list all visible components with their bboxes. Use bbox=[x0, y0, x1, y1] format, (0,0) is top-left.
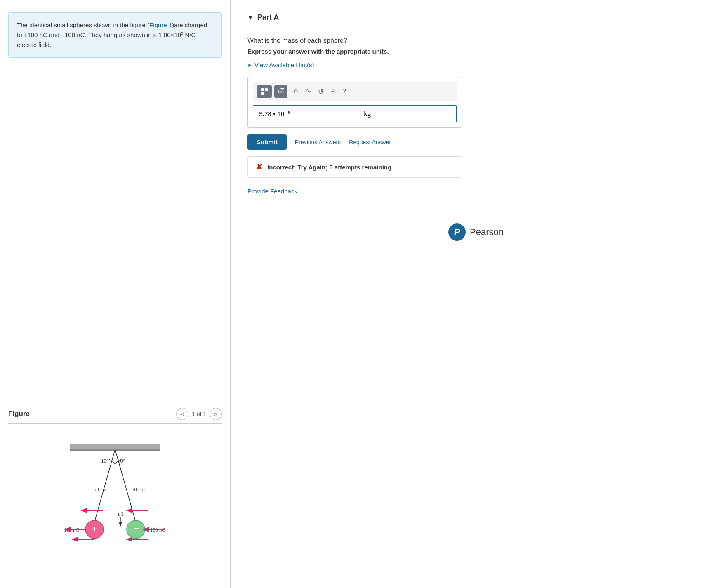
svg-text:+: + bbox=[92, 524, 97, 534]
figure-nav: < 1 of 1 > bbox=[176, 408, 222, 420]
figure-count: 1 of 1 bbox=[192, 411, 206, 417]
previous-answers-link[interactable]: Previous Answers bbox=[295, 139, 341, 146]
redo-button[interactable]: ↷ bbox=[303, 86, 313, 97]
help-button[interactable]: ? bbox=[340, 86, 349, 97]
svg-rect-0 bbox=[70, 444, 160, 449]
part-title: Part A bbox=[257, 13, 279, 22]
pearson-logo: P bbox=[448, 223, 466, 241]
figure-header: Figure < 1 of 1 > bbox=[8, 408, 222, 424]
input-row bbox=[253, 105, 457, 122]
request-answer-link[interactable]: Request Answer bbox=[349, 139, 391, 146]
reset-button[interactable]: ↺ bbox=[316, 86, 326, 97]
hint-link-label: View Available Hint(s) bbox=[254, 61, 314, 68]
svg-text:10°: 10° bbox=[118, 458, 125, 464]
math-input[interactable] bbox=[253, 105, 358, 122]
figure-link[interactable]: Figure 1 bbox=[149, 21, 172, 28]
svg-text:E⃗: E⃗ bbox=[117, 511, 123, 517]
left-panel: The identical small spheres shown in the… bbox=[0, 0, 231, 588]
hint-arrow-icon: ► bbox=[247, 62, 252, 68]
svg-rect-23 bbox=[261, 88, 264, 91]
right-panel: ▼ Part A What is the mass of each sphere… bbox=[231, 0, 721, 588]
part-header: ▼ Part A bbox=[247, 8, 705, 27]
pearson-footer: P Pearson bbox=[247, 211, 705, 245]
matrix-icon bbox=[260, 87, 269, 96]
pearson-brand-name: Pearson bbox=[470, 227, 504, 238]
svg-rect-25 bbox=[261, 92, 264, 95]
unit-input[interactable] bbox=[358, 105, 457, 122]
prev-figure-button[interactable]: < bbox=[176, 408, 188, 420]
figure-section: Figure < 1 of 1 > bbox=[8, 400, 222, 576]
svg-text:50 cm: 50 cm bbox=[132, 486, 145, 492]
keyboard-button[interactable]: ⎘ bbox=[328, 86, 337, 97]
hint-link[interactable]: ► View Available Hint(s) bbox=[247, 61, 705, 68]
answer-toolbar: μA ↶ ↷ ↺ ⎘ ? bbox=[253, 82, 457, 101]
next-figure-button[interactable]: > bbox=[210, 408, 222, 420]
error-message: Incorrect; Try Again; 5 attempts remaini… bbox=[267, 164, 391, 171]
svg-text:50 cm: 50 cm bbox=[94, 486, 107, 492]
undo-button[interactable]: ↶ bbox=[290, 86, 300, 97]
svg-text:10°: 10° bbox=[101, 458, 108, 464]
matrix-button[interactable] bbox=[257, 85, 272, 98]
figure-diagram: 10° 10° 50 cm 50 cm + − 100 nC −100 nC E… bbox=[8, 427, 222, 576]
submit-row: Submit Previous Answers Request Answer bbox=[247, 134, 705, 150]
express-text: Express your answer with the appropriate… bbox=[247, 48, 705, 55]
svg-rect-24 bbox=[265, 88, 268, 91]
figure-title: Figure bbox=[8, 410, 30, 418]
pearson-logo-letter: P bbox=[454, 227, 460, 238]
submit-button[interactable]: Submit bbox=[247, 134, 287, 150]
problem-text: The identical small spheres shown in the… bbox=[17, 21, 207, 48]
figure-svg: 10° 10° 50 cm 50 cm + − 100 nC −100 nC E… bbox=[45, 431, 185, 563]
part-collapse-arrow[interactable]: ▼ bbox=[247, 14, 253, 21]
units-button[interactable]: μA bbox=[274, 85, 287, 98]
problem-box: The identical small spheres shown in the… bbox=[8, 12, 222, 58]
error-box: ✘ Incorrect; Try Again; 5 attempts remai… bbox=[247, 156, 462, 178]
svg-text:−: − bbox=[133, 523, 139, 534]
error-icon: ✘ bbox=[256, 162, 262, 172]
answer-box: μA ↶ ↷ ↺ ⎘ ? bbox=[247, 77, 462, 128]
provide-feedback-link[interactable]: Provide Feedback bbox=[247, 188, 705, 195]
question-text: What is the mass of each sphere? bbox=[247, 37, 705, 45]
